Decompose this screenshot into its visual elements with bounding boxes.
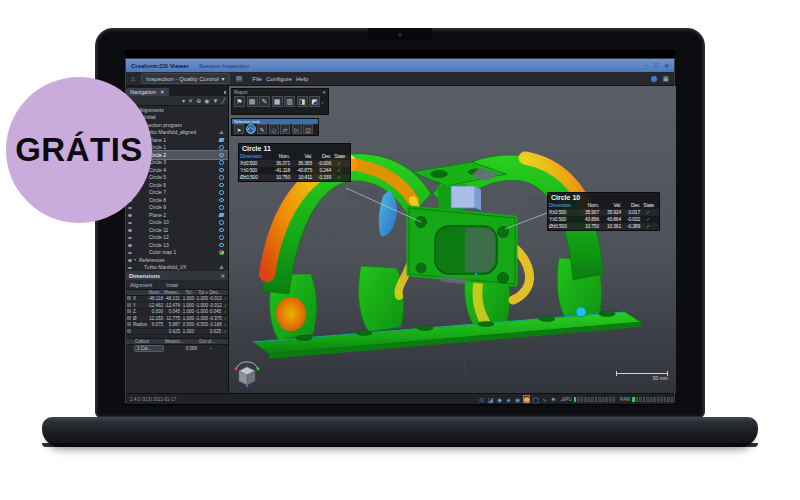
meter-segment xyxy=(657,397,660,402)
maximize-button[interactable]: □ xyxy=(654,62,658,69)
export-report-icon[interactable]: ◨ xyxy=(297,96,308,107)
invert-select-icon[interactable]: ◫ xyxy=(303,124,313,134)
tree-item-color-map-1[interactable]: Color map 1 xyxy=(126,249,228,257)
circle-feature-icon xyxy=(217,160,226,165)
callout-col-header: Callout xyxy=(134,339,164,344)
callout-col-header: Val. xyxy=(291,153,313,160)
mesh-display-icon[interactable]: ◆ xyxy=(496,395,503,403)
eye-icon[interactable] xyxy=(126,249,134,255)
plane-select-icon[interactable]: ▱ xyxy=(280,124,290,134)
filter-icon[interactable]: ▼ xyxy=(212,98,218,104)
tree-item-label: References xyxy=(139,257,217,263)
measure-icon[interactable]: ╱ xyxy=(221,97,225,104)
document-report-icon[interactable]: ▥ xyxy=(284,96,295,107)
app-window: Creaform.OS Viewer Session Inspection – … xyxy=(125,58,675,403)
tree-item-label: Initial xyxy=(144,114,217,120)
meter-segment xyxy=(591,397,594,402)
menu-item-file[interactable]: File xyxy=(252,76,262,82)
circle-select-icon[interactable]: ◯ xyxy=(246,124,256,134)
tree-item-label: Plane 2 xyxy=(149,212,217,218)
grow-select-icon[interactable]: ▷ xyxy=(292,124,302,134)
shading-mode-icon[interactable]: ◪ xyxy=(487,395,494,403)
eye-icon[interactable] xyxy=(126,227,134,233)
tree-item-references[interactable]: ▾References xyxy=(126,256,228,264)
feedback-icon[interactable]: ▣ xyxy=(662,75,669,83)
add-entity-icon[interactable]: ⊕ xyxy=(196,97,201,104)
callout-col-header: Dimension xyxy=(548,202,579,209)
table-report-icon[interactable]: ▦ xyxy=(272,96,283,107)
report-panel: Report ✕ ⚑▤✎▦▥◨◩‹ xyxy=(231,88,329,115)
dimension-row[interactable]: 0.6251.0000.625✓ xyxy=(126,329,228,336)
callout-row[interactable]: 1 Cal...0.589✓ xyxy=(126,345,228,352)
tree-item-circle-9[interactable]: Circle 9 xyxy=(126,204,228,212)
callout-circle-10[interactable]: Circle 10DimensionNom.Val.Dev.StateX±0.5… xyxy=(547,192,660,231)
snap-mode-icon[interactable]: ⊙ xyxy=(478,395,485,403)
tree-item-label: Circle 6 xyxy=(149,182,217,188)
tab-label: Navigation xyxy=(130,89,156,95)
wave-tool-icon[interactable]: ∿ xyxy=(541,395,548,403)
tree-item-circle-7[interactable]: Circle 7 xyxy=(126,189,228,197)
eye-icon[interactable] xyxy=(126,234,134,240)
cut-icon[interactable]: ✕ xyxy=(188,97,193,104)
report-more-icon[interactable]: ‹ xyxy=(322,99,324,105)
callout-col-header: State xyxy=(332,153,346,160)
notification-icon[interactable] xyxy=(651,76,657,82)
meter-segment xyxy=(664,397,667,402)
panel-collapse-chevron[interactable]: ‹ xyxy=(224,89,228,96)
eye-icon[interactable] xyxy=(126,242,134,248)
meter-segment-on xyxy=(632,397,635,402)
alignment-value[interactable]: Initial xyxy=(166,282,178,288)
scale-line xyxy=(616,373,668,374)
polygon-select-icon[interactable]: ◇ xyxy=(269,124,279,134)
close-icon[interactable]: ✕ xyxy=(322,90,326,95)
menu-item-configure[interactable]: Configure xyxy=(266,76,292,82)
tree-item-plane-2[interactable]: Plane 2 xyxy=(126,211,228,219)
tree-item-circle-12[interactable]: Circle 12 xyxy=(126,234,228,242)
points-display-icon[interactable]: ◉ xyxy=(514,395,521,403)
callout-col-header: Out of... xyxy=(198,339,224,344)
snapshot-report-icon[interactable]: ▤ xyxy=(247,96,258,107)
flag-report-icon[interactable]: ⚑ xyxy=(234,96,245,107)
eye-icon[interactable] xyxy=(126,264,134,270)
eye-icon[interactable] xyxy=(126,204,134,210)
close-icon[interactable]: ✕ xyxy=(220,273,225,279)
meter-segment xyxy=(636,397,639,402)
orientation-cube[interactable] xyxy=(232,359,262,389)
tree-item-circle-11[interactable]: Circle 11 xyxy=(126,226,228,234)
tree-item-circle-8[interactable]: Circle 8 xyxy=(126,196,228,204)
tree-item-turbo-manifold-vx[interactable]: Turbo Manifold_VX xyxy=(126,264,228,272)
home-icon[interactable]: ⌂ xyxy=(131,75,135,82)
user-mode-icon[interactable]: ☻ xyxy=(523,395,530,403)
meter-segment xyxy=(584,397,587,402)
menu-item-help[interactable]: Help xyxy=(296,76,308,82)
tree-item-label: Circle 4 xyxy=(149,167,217,173)
cad-display-icon[interactable]: ◈ xyxy=(505,395,512,403)
eye-icon[interactable] xyxy=(126,257,134,263)
status-bar: 1.4.0 (313) 2021-01-17 ⊙◪◆◈◉☻◯∿⚑✓ GPU RA… xyxy=(126,393,674,404)
pointer-select-icon[interactable]: ➤ xyxy=(234,124,244,134)
meter-segment xyxy=(605,397,608,402)
lock-view-icon[interactable]: ◯ xyxy=(532,395,539,403)
3d-viewport[interactable]: Report ✕ ⚑▤✎▦▥◨◩‹ Selection tools ➤◯✎◇▱▷… xyxy=(229,86,676,393)
close-icon[interactable]: ✕ xyxy=(160,89,165,95)
dimensions-table: X-48.118-48.1311.000-1.000-0.013✓Y-12.46… xyxy=(126,296,228,335)
new-document-icon[interactable]: ▤ xyxy=(236,75,243,83)
minimize-button[interactable]: – xyxy=(645,62,648,69)
workflow-selector[interactable]: Inspection - Quality Control ▾ xyxy=(141,73,229,84)
tree-item-circle-10[interactable]: Circle 10 xyxy=(126,219,228,227)
callout-data-row: Ø±0.50010.75010.411-0.339✓ xyxy=(239,174,350,181)
annotate-report-icon[interactable]: ✎ xyxy=(259,96,270,107)
flag-tool-icon[interactable]: ⚑ xyxy=(550,395,557,403)
callout-circle-11[interactable]: Circle 11DimensionNom.Val.Dev.StateX±0.5… xyxy=(238,143,351,182)
colormap-report-icon[interactable]: ◩ xyxy=(309,96,320,107)
eye-icon[interactable] xyxy=(126,219,134,225)
circle-feature-icon xyxy=(217,153,226,158)
eye-icon[interactable] xyxy=(126,212,134,218)
close-button[interactable]: ✕ xyxy=(664,62,669,69)
visibility-icon[interactable]: ◉ xyxy=(204,97,209,104)
dropdown-icon[interactable]: ▾ xyxy=(182,97,185,104)
tree-item-circle-13[interactable]: Circle 13 xyxy=(126,241,228,249)
callout-col-header: Measur... xyxy=(164,339,198,344)
tab-navigation[interactable]: Navigation ✕ xyxy=(126,88,169,96)
freeform-select-icon[interactable]: ✎ xyxy=(257,124,267,134)
